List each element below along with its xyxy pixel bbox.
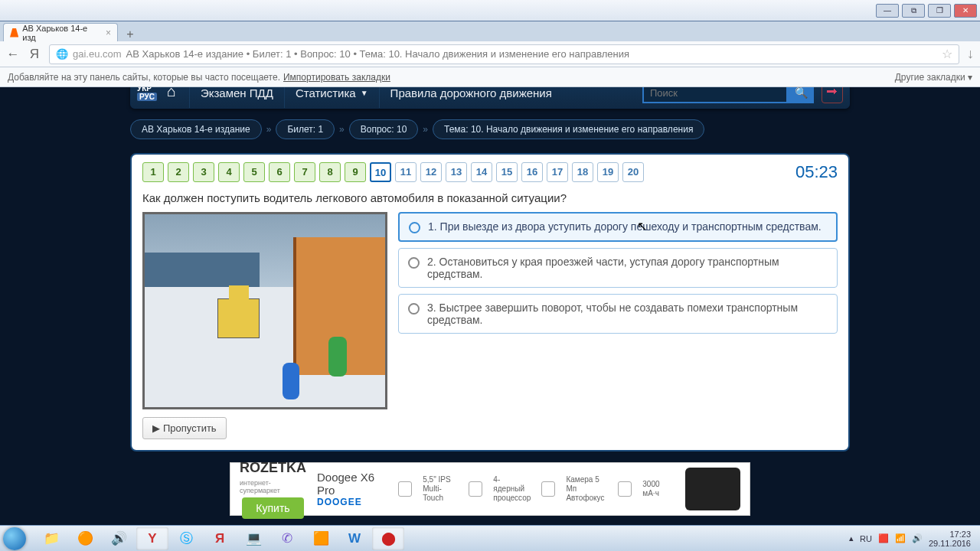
nav-stats[interactable]: Статистика▼ (284, 87, 379, 108)
question-number-11[interactable]: 11 (395, 162, 416, 182)
nav-rules[interactable]: Правила дорожного движения (379, 87, 563, 108)
radio-icon (409, 222, 420, 233)
question-number-19[interactable]: 19 (597, 162, 619, 182)
question-number-4[interactable]: 4 (218, 162, 240, 182)
taskbar-yandex2-icon[interactable]: Я (204, 527, 236, 550)
question-card: 123456789101112131415161718192005:23 Как… (130, 153, 850, 452)
question-number-6[interactable]: 6 (269, 162, 290, 182)
taskbar-yandex-icon[interactable]: Y (136, 527, 168, 550)
screen-icon (398, 481, 412, 497)
taskbar-explorer-icon[interactable]: 📁 (35, 527, 67, 550)
breadcrumb: АВ Харьков 14-е издание » Билет: 1 » Воп… (130, 119, 850, 139)
answer-option-2[interactable]: 2. Остановиться у края проезжей части, у… (398, 248, 838, 288)
tray-clock[interactable]: 17:2329.11.2016 (929, 530, 971, 548)
question-number-1[interactable]: 1 (142, 162, 164, 182)
browser-toolbar: ← Я 🌐 gai.eu.com АВ Харьков 14-е издание… (0, 41, 980, 67)
taskbar-viber-icon[interactable]: ✆ (271, 527, 303, 550)
ad-banner[interactable]: ROZETKA интернет-супермаркет Купить Doog… (230, 462, 750, 516)
home-icon[interactable]: ⌂ (162, 87, 181, 103)
window-minimize[interactable]: — (876, 4, 899, 18)
answer-text: 2. Остановиться у края проезжей части, у… (427, 256, 828, 280)
taskbar-word-icon[interactable]: W (338, 527, 371, 550)
windows-taskbar: 📁 🟠 🔊 Y Ⓢ Я 💻 ✆ 🟧 W ⬤ ▴ RU 🟥 📶 🔊 17:2329… (0, 525, 980, 551)
bookmark-star-icon[interactable]: ☆ (942, 47, 952, 61)
camera-icon (541, 481, 555, 497)
question-image (142, 212, 387, 409)
question-number-17[interactable]: 17 (547, 162, 568, 182)
globe-icon: 🌐 (56, 48, 68, 60)
question-number-13[interactable]: 13 (446, 162, 467, 182)
timer: 05:23 (795, 162, 838, 182)
crumb-topic[interactable]: Тема: 10. Начало движения и изменение ег… (433, 119, 704, 139)
tray-up-icon[interactable]: ▴ (849, 533, 854, 543)
chevron-down-icon: ▼ (361, 89, 368, 97)
url-page-title: АВ Харьков 14-е издание • Билет: 1 • Воп… (126, 48, 629, 60)
tab-title: АВ Харьков 14-е изд (22, 24, 98, 42)
taskbar-sound-icon[interactable]: 🔊 (103, 527, 135, 550)
browser-tab[interactable]: АВ Харьков 14-е изд × (3, 23, 118, 41)
crumb-ticket[interactable]: Билет: 1 (276, 119, 335, 139)
ad-sub: интернет-супермаркет (240, 479, 306, 494)
taskbar-skype-icon[interactable]: Ⓢ (170, 527, 202, 550)
question-number-20[interactable]: 20 (622, 162, 644, 182)
other-bookmarks[interactable]: Другие закладки ▾ (895, 72, 972, 83)
back-button[interactable]: ← (6, 47, 20, 61)
import-bookmarks-link[interactable]: Импортировать закладки (283, 72, 390, 83)
start-button[interactable] (3, 527, 34, 550)
ad-product: Doogee X6 Pro (317, 471, 387, 497)
search-button[interactable]: 🔍 (788, 87, 814, 103)
tray-network-icon[interactable]: 📶 (895, 533, 906, 543)
window-restore[interactable]: ⧉ (902, 4, 925, 18)
system-tray[interactable]: ▴ RU 🟥 📶 🔊 17:2329.11.2016 (849, 530, 977, 548)
search-input[interactable] (642, 87, 788, 103)
answers-list: 1. При выезде из двора уступить дорогу п… (398, 212, 838, 409)
question-number-3[interactable]: 3 (193, 162, 214, 182)
question-number-15[interactable]: 15 (496, 162, 518, 182)
lang-rus[interactable]: РУС (137, 93, 157, 101)
question-text: Как должен поступить водитель легкового … (142, 191, 838, 204)
question-number-10[interactable]: 10 (370, 162, 391, 182)
tab-close-icon[interactable]: × (106, 28, 111, 38)
ad-brand2: DOOGEE (317, 497, 387, 507)
taskbar-media-icon[interactable]: 🟠 (69, 527, 101, 550)
lang-ukr[interactable]: УКР (137, 87, 157, 93)
exit-icon[interactable]: ⮕ (822, 87, 843, 103)
window-maximize[interactable]: ❐ (928, 4, 951, 18)
window-close[interactable]: ✕ (954, 4, 977, 18)
question-number-5[interactable]: 5 (243, 162, 265, 182)
site-navbar: УКР РУС ⌂ Экзамен ПДД Статистика▼ Правил… (130, 87, 850, 109)
answer-option-3[interactable]: 3. Быстрее завершить поворот, чтобы не с… (398, 294, 838, 334)
ad-buy-button[interactable]: Купить (242, 497, 303, 519)
question-number-8[interactable]: 8 (319, 162, 341, 182)
tray-lang[interactable]: RU (860, 534, 872, 543)
question-number-14[interactable]: 14 (471, 162, 492, 182)
address-bar[interactable]: 🌐 gai.eu.com АВ Харьков 14-е издание • Б… (49, 44, 959, 64)
question-number-2[interactable]: 2 (168, 162, 189, 182)
question-number-7[interactable]: 7 (294, 162, 315, 182)
question-number-9[interactable]: 9 (345, 162, 366, 182)
answer-text: 1. При выезде из двора уступить дорогу п… (428, 220, 822, 233)
downloads-icon[interactable]: ↓ (967, 46, 974, 62)
tray-flag-icon[interactable]: 🟥 (878, 533, 889, 543)
question-number-18[interactable]: 18 (572, 162, 593, 182)
question-number-16[interactable]: 16 (521, 162, 543, 182)
question-number-row: 123456789101112131415161718192005:23 (142, 162, 838, 182)
ad-phone-image (685, 468, 740, 510)
taskbar-laptop-icon[interactable]: 💻 (237, 527, 270, 550)
new-tab-button[interactable]: + (122, 28, 138, 41)
browser-tab-strip: АВ Харьков 14-е изд × + (0, 21, 980, 41)
answer-option-1[interactable]: 1. При выезде из двора уступить дорогу п… (398, 212, 838, 242)
ad-logo: ROZETKA (240, 460, 306, 476)
yandex-button[interactable]: Я (28, 47, 41, 61)
question-number-12[interactable]: 12 (420, 162, 442, 182)
taskbar-record-icon[interactable]: ⬤ (372, 527, 404, 550)
crumb-question[interactable]: Вопрос: 10 (349, 119, 419, 139)
tray-volume-icon[interactable]: 🔊 (912, 533, 923, 543)
nav-exam[interactable]: Экзамен ПДД (189, 87, 284, 108)
skip-button[interactable]: ▶ Пропустить (142, 417, 227, 439)
language-toggle[interactable]: УКР РУС (137, 87, 157, 101)
taskbar-app-icon[interactable]: 🟧 (305, 527, 337, 550)
crumb-sep: » (339, 124, 345, 135)
url-host: gai.eu.com (73, 48, 122, 60)
crumb-edition[interactable]: АВ Харьков 14-е издание (130, 119, 262, 139)
